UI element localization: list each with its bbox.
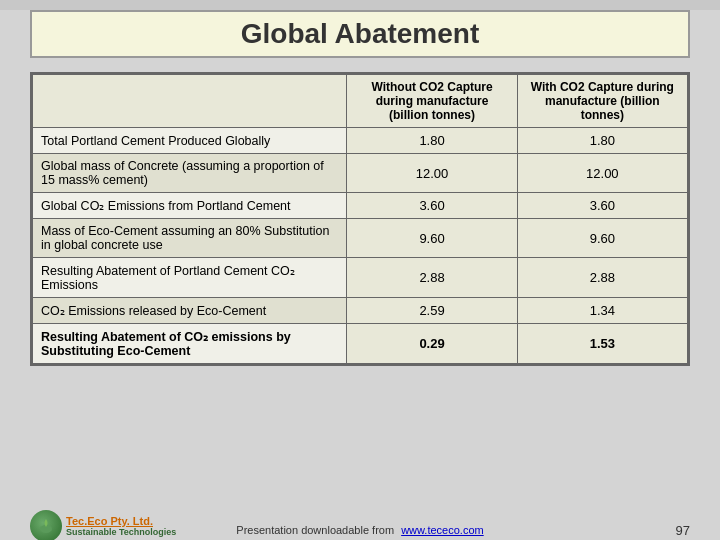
logo-sub-text: Sustainable Technologies xyxy=(66,527,176,537)
table-row: Global CO₂ Emissions from Portland Cemen… xyxy=(33,193,688,219)
row-col2-value: 12.00 xyxy=(517,154,687,193)
footer-center: Presentation downloadable from www.tecec… xyxy=(236,524,483,536)
row-col2-value: 1.80 xyxy=(517,128,687,154)
row-col2-value: 1.53 xyxy=(517,324,687,364)
row-col1-value: 2.59 xyxy=(347,298,517,324)
main-table-container: Without CO2 Capture during manufacture (… xyxy=(30,72,690,366)
col-label-header xyxy=(33,75,347,128)
table-row: Total Portland Cement Produced Globally1… xyxy=(33,128,688,154)
row-col1-value: 2.88 xyxy=(347,258,517,298)
row-col1-value: 1.80 xyxy=(347,128,517,154)
row-col1-value: 12.00 xyxy=(347,154,517,193)
row-col2-value: 2.88 xyxy=(517,258,687,298)
row-label: Total Portland Cement Produced Globally xyxy=(33,128,347,154)
col2-header: With CO2 Capture during manufacture (bil… xyxy=(517,75,687,128)
table-row: Resulting Abatement of Portland Cement C… xyxy=(33,258,688,298)
row-label: Resulting Abatement of CO₂ emissions by … xyxy=(33,324,347,364)
row-label: Global mass of Concrete (assuming a prop… xyxy=(33,154,347,193)
row-label: Resulting Abatement of Portland Cement C… xyxy=(33,258,347,298)
table-row: Mass of Eco-Cement assuming an 80% Subst… xyxy=(33,219,688,258)
logo-icon xyxy=(30,510,62,540)
logo-text: Tec.Eco Pty. Ltd. Sustainable Technologi… xyxy=(66,515,176,537)
slide: Global Abatement Without CO2 Capture dur… xyxy=(0,10,720,540)
slide-title: Global Abatement xyxy=(241,18,480,49)
table-header-row: Without CO2 Capture during manufacture (… xyxy=(33,75,688,128)
col1-header: Without CO2 Capture during manufacture (… xyxy=(347,75,517,128)
row-col2-value: 9.60 xyxy=(517,219,687,258)
page-number: 97 xyxy=(676,523,690,538)
row-col2-value: 3.60 xyxy=(517,193,687,219)
row-label: Mass of Eco-Cement assuming an 80% Subst… xyxy=(33,219,347,258)
table-row: Global mass of Concrete (assuming a prop… xyxy=(33,154,688,193)
logo-brand-text: Tec.Eco Pty. Ltd. xyxy=(66,515,176,527)
row-col1-value: 0.29 xyxy=(347,324,517,364)
presentation-text: Presentation downloadable from xyxy=(236,524,394,536)
row-label: Global CO₂ Emissions from Portland Cemen… xyxy=(33,193,347,219)
row-label: CO₂ Emissions released by Eco-Cement xyxy=(33,298,347,324)
table-row: Resulting Abatement of CO₂ emissions by … xyxy=(33,324,688,364)
website-link[interactable]: www.tececo.com xyxy=(401,524,484,536)
row-col2-value: 1.34 xyxy=(517,298,687,324)
row-col1-value: 9.60 xyxy=(347,219,517,258)
table-row: CO₂ Emissions released by Eco-Cement2.59… xyxy=(33,298,688,324)
title-bar: Global Abatement xyxy=(30,10,690,58)
logo-area: Tec.Eco Pty. Ltd. Sustainable Technologi… xyxy=(30,510,176,540)
data-table: Without CO2 Capture during manufacture (… xyxy=(32,74,688,364)
row-col1-value: 3.60 xyxy=(347,193,517,219)
